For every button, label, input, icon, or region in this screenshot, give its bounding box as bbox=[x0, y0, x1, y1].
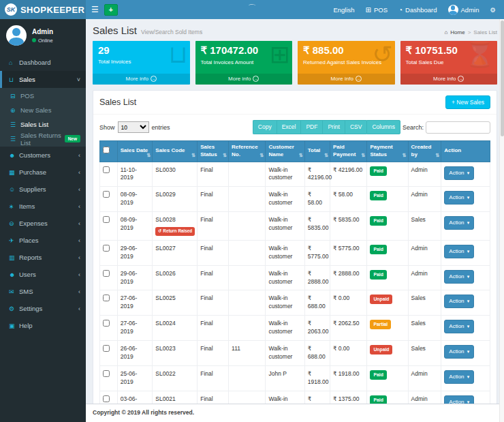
row-checkbox[interactable] bbox=[103, 370, 110, 377]
scrollbar-thumb[interactable] bbox=[501, 20, 504, 136]
column-header-sales-date[interactable]: Sales Date⇅ bbox=[117, 141, 153, 162]
chevron-left-icon: ‹ bbox=[78, 152, 80, 159]
language-menu[interactable]: English bbox=[333, 6, 354, 14]
scrollbar[interactable] bbox=[499, 19, 504, 422]
action-cell: Action ▾ bbox=[441, 340, 490, 365]
sidebar-item-customers[interactable]: ☻Customers‹ bbox=[0, 147, 86, 164]
sidebar-user-panel: Admin Online bbox=[0, 19, 86, 54]
expenses-icon: ⊖ bbox=[9, 220, 19, 227]
chevron-left-icon: ‹ bbox=[78, 169, 80, 176]
column-header-customer-name[interactable]: Customer Name⇅ bbox=[266, 141, 304, 162]
row-checkbox[interactable] bbox=[103, 345, 110, 352]
search-input[interactable] bbox=[426, 121, 490, 134]
user-menu[interactable]: Admin bbox=[448, 5, 479, 15]
sidebar-item-label: Settings bbox=[19, 305, 42, 312]
action-button[interactable]: Action ▾ bbox=[444, 370, 474, 384]
more-info-link[interactable]: More info→ bbox=[195, 74, 293, 85]
sidebar-item-dashboard[interactable]: ⌂Dashboard bbox=[0, 54, 86, 71]
columns-button[interactable]: Columns bbox=[366, 120, 400, 134]
sidebar-toggle-icon[interactable]: ☰ bbox=[91, 5, 99, 14]
nav-dashboard-link[interactable]: ◔ Dashboard bbox=[398, 6, 437, 14]
plus-square-icon: ⊞ bbox=[270, 42, 290, 67]
payment-status-cell: Paid bbox=[367, 240, 408, 265]
action-button[interactable]: Action ▾ bbox=[444, 166, 474, 180]
dashboard-icon: ◔ bbox=[398, 6, 403, 14]
brand-logo[interactable]: SK SHOPKEEPER bbox=[0, 0, 86, 19]
sales-code: SL0023 bbox=[155, 345, 194, 353]
user-avatar bbox=[448, 5, 458, 15]
more-info-label: More info bbox=[126, 76, 148, 82]
settings-gear-icon[interactable]: ⚙ bbox=[490, 6, 496, 14]
pdf-button[interactable]: PDF bbox=[300, 120, 322, 134]
row-checkbox[interactable] bbox=[103, 216, 110, 223]
sidebar-item-users[interactable]: ☻Users‹ bbox=[0, 266, 86, 283]
sms-icon: ✉ bbox=[9, 288, 19, 295]
column-header-sales-status[interactable]: Sales Status⇅ bbox=[198, 141, 229, 162]
sidebar-item-reports[interactable]: ▥Reports‹ bbox=[0, 249, 86, 266]
sales-table: Sales Date⇅Sales Code⇅Sales Status⇅Refer… bbox=[99, 140, 490, 416]
row-checkbox[interactable] bbox=[103, 245, 110, 252]
language-label: English bbox=[333, 6, 354, 14]
action-button[interactable]: Action ▾ bbox=[444, 320, 474, 333]
sales-status-cell: Final bbox=[198, 240, 229, 265]
row-checkbox[interactable] bbox=[103, 320, 110, 327]
more-info-link[interactable]: More info→ bbox=[298, 74, 395, 85]
paid-payment-cell: ₹ 2062.50 bbox=[330, 316, 367, 341]
row-checkbox[interactable] bbox=[103, 270, 110, 277]
panel-title: Sales List bbox=[99, 97, 136, 107]
column-header-payment-status[interactable]: Payment Status⇅ bbox=[367, 141, 408, 162]
payment-status-badge: Paid bbox=[370, 270, 386, 280]
action-button[interactable]: Action ▾ bbox=[444, 245, 474, 258]
action-button[interactable]: Action ▾ bbox=[444, 191, 474, 205]
action-button[interactable]: Action ▾ bbox=[444, 270, 474, 284]
loading-spinner-icon: ⌒ bbox=[248, 3, 256, 14]
sidebar-item-expenses[interactable]: ⊖Expenses‹ bbox=[0, 215, 86, 232]
csv-button[interactable]: CSV bbox=[345, 120, 366, 134]
column-header-total[interactable]: Total⇅ bbox=[304, 141, 330, 162]
sort-icon: ⇅ bbox=[260, 152, 264, 158]
sidebar-item-suppliers[interactable]: ☺Suppliers‹ bbox=[0, 181, 86, 198]
column-header-sales-code[interactable]: Sales Code⇅ bbox=[153, 141, 198, 162]
column-header-reference-no-[interactable]: Reference No.⇅ bbox=[229, 141, 266, 162]
row-checkbox[interactable] bbox=[103, 166, 110, 173]
sidebar-item-sms[interactable]: ✉SMS‹ bbox=[0, 283, 86, 300]
column-header-created-by[interactable]: Created by⇅ bbox=[408, 141, 441, 162]
sidebar-item-settings[interactable]: ⚙Settings‹ bbox=[0, 300, 86, 317]
copy-button[interactable]: Copy bbox=[253, 120, 277, 134]
sidebar-item-help[interactable]: ▣Help bbox=[0, 317, 86, 334]
sidebar-item-sales-returns-list[interactable]: ☰Sales Returns ListNew bbox=[0, 132, 86, 146]
sidebar-item-pos[interactable]: ⊟POS bbox=[0, 89, 86, 103]
chevron-left-icon: ‹ bbox=[78, 305, 80, 312]
nav-pos-link[interactable]: ⊞ POS bbox=[366, 6, 388, 14]
total-cell: ₹ 1918.00 bbox=[304, 365, 330, 391]
sidebar-item-items[interactable]: ∗Items‹ bbox=[0, 198, 86, 215]
print-button[interactable]: Print bbox=[322, 120, 344, 134]
paid-payment-cell: ₹ 0.00 bbox=[330, 290, 367, 316]
sidebar-item-places[interactable]: ✈Places‹ bbox=[0, 232, 86, 249]
column-header-paid-payment[interactable]: Paid Payment⇅ bbox=[330, 141, 367, 162]
sidebar-item-new-sales[interactable]: ⊕New Sales bbox=[0, 103, 86, 117]
more-info-link[interactable]: More info→ bbox=[93, 74, 190, 85]
sidebar-item-sales-list[interactable]: ☰Sales List bbox=[0, 117, 86, 132]
payment-status-cell: Partial bbox=[367, 316, 408, 341]
new-sales-button[interactable]: + New Sales bbox=[445, 95, 490, 109]
breadcrumb-home[interactable]: Home bbox=[450, 29, 464, 35]
customer-name-cell: Walk-in customer bbox=[266, 265, 304, 290]
action-button[interactable]: Action ▾ bbox=[444, 295, 474, 308]
entries-label: entries bbox=[152, 124, 170, 131]
sidebar-item-sales[interactable]: ⊔Sales˅ bbox=[0, 71, 86, 88]
excel-button[interactable]: Excel bbox=[277, 120, 301, 134]
action-button[interactable]: Action ▾ bbox=[444, 216, 474, 230]
action-button[interactable]: Action ▾ bbox=[444, 345, 474, 359]
page-size-select[interactable]: 10 bbox=[118, 121, 149, 133]
column-header-action[interactable]: Action bbox=[441, 141, 490, 162]
action-cell: Action ▾ bbox=[441, 290, 490, 316]
row-checkbox[interactable] bbox=[103, 191, 110, 198]
sidebar-item-purchase[interactable]: ▦Purchase‹ bbox=[0, 164, 86, 181]
select-all-checkbox[interactable] bbox=[103, 147, 110, 153]
row-checkbox[interactable] bbox=[103, 395, 110, 402]
quick-add-button[interactable]: + bbox=[104, 4, 118, 16]
help-icon: ▣ bbox=[9, 322, 19, 329]
row-checkbox[interactable] bbox=[103, 295, 110, 301]
more-info-link[interactable]: More info→ bbox=[400, 74, 498, 85]
